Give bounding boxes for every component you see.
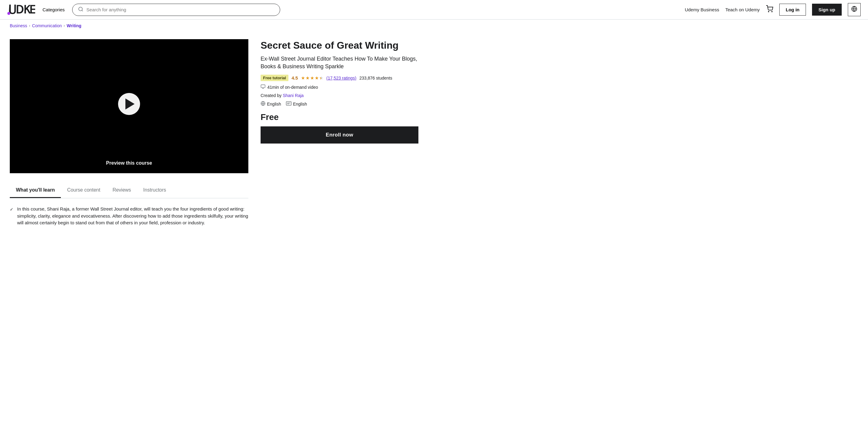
svg-point-0	[7, 12, 10, 15]
svg-rect-12	[286, 102, 291, 105]
rating-number: 4.5	[291, 75, 298, 81]
star-rating: ★ ★ ★ ★ ★ ★	[301, 75, 323, 81]
learn-item-text: In this course, Shani Raja, a former Wal…	[17, 206, 248, 226]
svg-point-3	[768, 11, 769, 12]
learn-section: ✓ In this course, Shani Raja, a former W…	[10, 198, 248, 238]
course-meta-row: Free tutorial 4.5 ★ ★ ★ ★ ★ ★ (17,523 ra…	[260, 75, 418, 81]
breadcrumb-writing[interactable]: Writing	[67, 23, 81, 28]
check-icon: ✓	[10, 206, 13, 213]
course-subtitle: Ex-Wall Street Journal Editor Teaches Ho…	[260, 55, 418, 70]
tab-instructors[interactable]: Instructors	[137, 183, 172, 198]
breadcrumb: Business › Communication › Writing	[0, 20, 868, 32]
video-duration: 41min of on-demand video	[267, 85, 318, 90]
logo[interactable]	[7, 5, 35, 15]
play-icon	[125, 98, 134, 110]
language-selector-button[interactable]	[848, 3, 861, 16]
caption-icon	[286, 101, 291, 107]
udemy-logo-icon	[7, 5, 35, 15]
svg-point-1	[79, 7, 82, 11]
globe-icon	[851, 7, 857, 13]
language-row: English English	[260, 101, 418, 107]
star-3-icon: ★	[310, 75, 314, 81]
play-button[interactable]	[118, 93, 140, 115]
caption-language-text: English	[293, 102, 307, 107]
search-bar	[72, 4, 280, 16]
globe-lang-icon	[260, 101, 266, 107]
students-count: 233,876 students	[360, 76, 392, 81]
course-title: Secret Sauce of Great Writing	[260, 39, 418, 51]
categories-button[interactable]: Categories	[40, 6, 67, 13]
header-right: Udemy Business Teach on Udemy Log in Sig…	[685, 3, 861, 16]
star-2-icon: ★	[306, 75, 310, 81]
spoken-language: English	[260, 101, 281, 107]
right-column: Secret Sauce of Great Writing Ex-Wall St…	[260, 39, 418, 238]
svg-line-2	[82, 10, 83, 11]
udemy-business-link[interactable]: Udemy Business	[685, 7, 719, 12]
caption-language: English	[286, 101, 307, 107]
search-input[interactable]	[87, 7, 274, 12]
list-item: ✓ In this course, Shani Raja, a former W…	[10, 206, 248, 226]
breadcrumb-communication[interactable]: Communication	[32, 23, 62, 28]
signup-button[interactable]: Sign up	[812, 4, 842, 16]
breadcrumb-sep-2: ›	[64, 24, 65, 28]
video-meta: 41min of on-demand video	[260, 84, 418, 90]
star-4-icon: ★	[315, 75, 319, 81]
ratings-count[interactable]: (17,523 ratings)	[326, 76, 356, 81]
svg-rect-7	[261, 85, 265, 87]
cart-button[interactable]	[766, 5, 773, 15]
tab-course-content[interactable]: Course content	[61, 183, 106, 198]
main-content: Preview this course What you'll learn Co…	[0, 32, 428, 246]
breadcrumb-business[interactable]: Business	[10, 23, 27, 28]
free-tutorial-badge: Free tutorial	[260, 75, 288, 81]
search-icon	[78, 6, 84, 13]
video-icon	[260, 84, 266, 90]
cart-icon	[766, 5, 773, 12]
star-half-icon: ★ ★	[319, 75, 323, 81]
video-preview[interactable]: Preview this course	[10, 39, 248, 173]
course-price: Free	[260, 112, 418, 122]
header: Categories Udemy Business Teach on Udemy…	[0, 0, 868, 20]
preview-label: Preview this course	[106, 160, 152, 166]
login-button[interactable]: Log in	[779, 4, 806, 16]
enroll-button[interactable]: Enroll now	[260, 126, 418, 144]
spoken-language-text: English	[267, 102, 281, 107]
svg-point-4	[772, 11, 772, 12]
tabs-section: What you'll learn Course content Reviews…	[10, 183, 248, 198]
tab-reviews[interactable]: Reviews	[106, 183, 137, 198]
created-by-label: Created by	[260, 93, 281, 98]
teach-on-udemy-link[interactable]: Teach on Udemy	[725, 7, 760, 12]
instructor-link[interactable]: Shani Raja	[283, 93, 304, 98]
left-column: Preview this course What you'll learn Co…	[10, 39, 248, 238]
tab-what-youll-learn[interactable]: What you'll learn	[10, 183, 61, 198]
breadcrumb-sep-1: ›	[29, 24, 30, 28]
star-1-icon: ★	[301, 75, 305, 81]
created-by-row: Created by Shani Raja	[260, 93, 418, 98]
